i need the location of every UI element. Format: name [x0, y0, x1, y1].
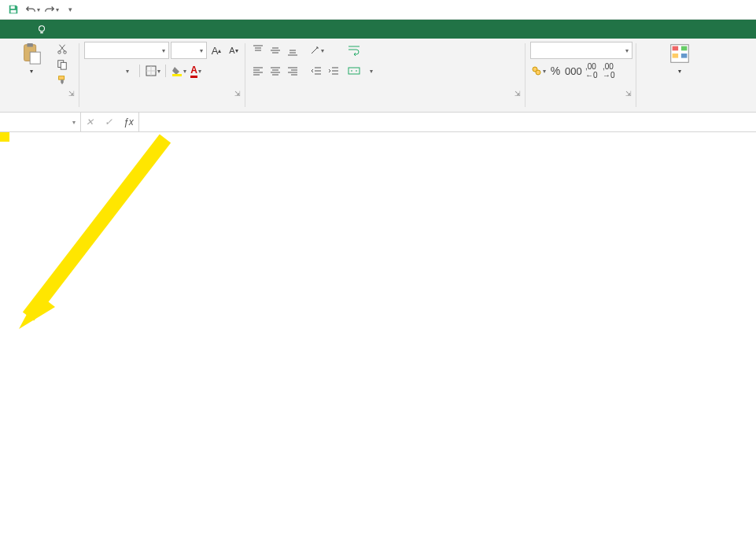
svg-point-2	[39, 26, 45, 31]
dec-indent-icon[interactable]	[308, 63, 324, 79]
orient-icon[interactable]: ▾	[308, 43, 324, 58]
svg-rect-4	[27, 43, 33, 47]
inc-indent-icon[interactable]	[326, 63, 341, 79]
paste-button[interactable]: ▾	[9, 42, 53, 76]
svg-rect-9	[61, 62, 66, 69]
annotation-arrow	[0, 132, 205, 384]
svg-rect-19	[673, 54, 679, 58]
fill-color-icon[interactable]: ▾	[171, 63, 186, 79]
currency-icon[interactable]: ▾	[530, 63, 546, 79]
comma-icon[interactable]: 000	[565, 63, 582, 79]
row-7-highlight	[0, 132, 9, 142]
font-launcher-icon[interactable]: ⇲	[234, 90, 242, 98]
percent-icon[interactable]: %	[548, 63, 563, 79]
svg-point-15	[536, 70, 540, 75]
font-name-select[interactable]: ▾	[84, 42, 169, 59]
align-left-icon[interactable]	[250, 63, 266, 79]
fill-handle[interactable]	[0, 132, 4, 136]
increase-font-icon[interactable]: A▴	[208, 43, 224, 58]
formula-bar: ▾ ✕ ✓ ƒx	[0, 113, 756, 132]
enter-icon[interactable]: ✓	[105, 116, 112, 128]
save-icon[interactable]	[5, 1, 22, 18]
dec-decimal-icon[interactable]: ,00→0	[601, 63, 617, 79]
clipboard-group-label	[5, 109, 74, 110]
align-group-label	[250, 109, 520, 110]
merge-center-button[interactable]: ▾	[348, 62, 373, 79]
tell-me[interactable]	[28, 21, 60, 39]
font-size-select[interactable]: ▾	[171, 42, 207, 59]
svg-rect-0	[11, 6, 15, 9]
selection-outline	[0, 132, 3, 135]
ribbon-tabs	[0, 20, 756, 39]
name-box[interactable]: ▾	[0, 113, 81, 131]
align-bot-icon[interactable]	[285, 43, 301, 58]
svg-rect-12	[172, 74, 182, 76]
fx-icon[interactable]: ƒx	[124, 116, 134, 128]
align-right-icon[interactable]	[285, 63, 301, 79]
svg-rect-17	[673, 46, 679, 51]
formula-buttons: ✕ ✓ ƒx	[81, 113, 139, 131]
cancel-icon[interactable]: ✕	[86, 116, 94, 128]
svg-rect-1	[11, 10, 17, 13]
format-painter-icon[interactable]	[55, 73, 69, 87]
font-color-icon[interactable]: A▾	[188, 63, 204, 79]
copy-icon[interactable]	[55, 57, 69, 72]
clipboard-launcher-icon[interactable]: ⇲	[68, 90, 76, 98]
ribbon: ▾ ⇲ ▾ ▾ A▴ A▾ ▾ ▾	[0, 39, 756, 113]
align-mid-icon[interactable]	[267, 43, 283, 58]
number-group-label	[530, 109, 631, 110]
svg-rect-18	[681, 46, 688, 51]
tab-file[interactable]	[5, 32, 24, 39]
svg-rect-20	[681, 54, 688, 58]
align-launcher-icon[interactable]: ⇲	[514, 90, 522, 98]
align-center-icon[interactable]	[267, 63, 283, 79]
decrease-font-icon[interactable]: A▾	[226, 43, 242, 58]
svg-rect-10	[59, 76, 65, 79]
underline-button[interactable]: ▾	[119, 63, 135, 79]
italic-button[interactable]	[101, 63, 117, 79]
conditional-formatting-button[interactable]: ▾	[640, 42, 719, 76]
undo-icon[interactable]: ▾	[24, 1, 41, 18]
quick-access-toolbar: ▾ ▾ ▾	[5, 1, 79, 18]
cut-icon[interactable]	[55, 42, 69, 56]
number-format-select[interactable]: ▾	[530, 42, 632, 59]
align-top-icon[interactable]	[250, 43, 266, 58]
inc-decimal-icon[interactable]: ,00←0	[584, 63, 599, 79]
borders-icon[interactable]: ▾	[145, 63, 160, 79]
number-launcher-icon[interactable]: ⇲	[625, 90, 633, 98]
svg-rect-13	[348, 68, 360, 74]
titlebar: ▾ ▾ ▾	[0, 0, 756, 20]
qat-customize-icon[interactable]: ▾	[61, 1, 79, 18]
wrap-text-button[interactable]	[348, 42, 373, 59]
svg-rect-5	[30, 52, 40, 64]
svg-marker-21	[19, 294, 55, 329]
font-group-label	[84, 109, 240, 110]
redo-icon[interactable]: ▾	[42, 1, 60, 18]
bold-button[interactable]	[84, 63, 100, 79]
formula-input[interactable]	[139, 113, 756, 131]
